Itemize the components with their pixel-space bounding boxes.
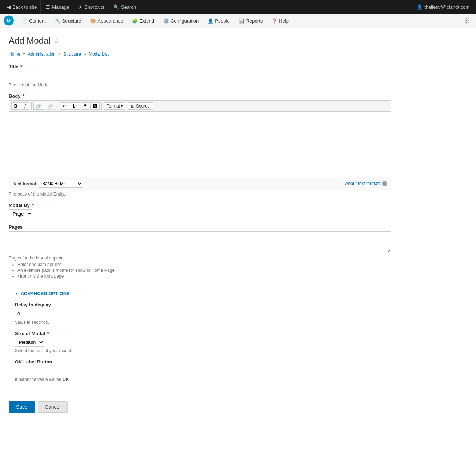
title-required-marker: * [20, 64, 22, 69]
username-label: thallesvf@ciandt.com [424, 4, 469, 10]
modal-size-select[interactable]: Small Medium Large [15, 338, 44, 347]
advanced-options-header[interactable]: ▼ ADVANCED OPTIONS [15, 291, 385, 296]
italic-button[interactable]: I [21, 102, 29, 110]
hint-item-2: An example path is /home for show in Hom… [17, 268, 391, 273]
nav-reports-label: Reports [246, 18, 263, 24]
link-button[interactable]: 🔗 [33, 102, 44, 110]
title-field-label: Title * [9, 64, 391, 69]
title-field-section: Title * The title of the Modal. [9, 64, 391, 88]
breadcrumb-structure[interactable]: Structure [63, 52, 81, 57]
extend-icon: 🧩 [132, 18, 138, 24]
modal-by-section: Modal By * Page Role User [9, 202, 391, 218]
modal-size-help: Select the size of your modal. [15, 348, 385, 353]
modal-size-label: Size of Modal * [15, 331, 385, 336]
breadcrumb-home[interactable]: Home [9, 52, 20, 57]
nav-help-label: Help [279, 18, 289, 24]
structure-icon: 🔧 [55, 18, 61, 24]
shortcuts-link[interactable]: ★ Shortcuts [75, 0, 108, 14]
page-title-text: Add Modal [9, 36, 51, 46]
manage-link[interactable]: ☰ Manage [42, 0, 73, 14]
favorite-star-icon[interactable]: ☆ [53, 37, 59, 45]
nav-item-content[interactable]: 📄 Content [17, 14, 51, 28]
nav-structure-label: Structure [62, 18, 81, 24]
nav-item-structure[interactable]: 🔧 Structure [51, 14, 86, 28]
source-label: Source [136, 104, 150, 109]
reports-icon: 📊 [239, 18, 245, 24]
search-label: Search [121, 4, 136, 10]
breadcrumb-modal-list[interactable]: Modal List [89, 52, 109, 57]
breadcrumb-administration[interactable]: Administration [28, 52, 56, 57]
pages-help: Pages for the Modal appear [9, 255, 391, 261]
nav-people-label: People [215, 18, 229, 24]
nav-item-extend[interactable]: 🧩 Extend [128, 14, 159, 28]
advanced-options-label: ADVANCED OPTIONS [21, 291, 70, 296]
blockquote-button[interactable]: ❝ [81, 102, 89, 110]
ok-label-section: OK Label Button If blank the value will … [15, 359, 385, 382]
toolbar-divider-1 [31, 102, 32, 110]
modal-by-select[interactable]: Page Role User [9, 209, 32, 218]
help-icon: ❓ [272, 18, 277, 24]
pages-label: Pages [9, 224, 391, 230]
body-field-label: Body * [9, 93, 391, 99]
admin-bar: ◀ Back to site ☰ Manage ★ Shortcuts 🔍 Se… [0, 0, 476, 14]
numbered-list-button[interactable]: 1≡ [70, 102, 80, 110]
nav-configuration-label: Configuration [171, 18, 199, 24]
page-content: Add Modal ☆ Home » Administration » Stru… [0, 28, 400, 420]
configuration-icon: ⚙️ [163, 18, 169, 24]
main-nav: D 📄 Content 🔧 Structure 🎨 Appearance 🧩 E… [0, 14, 476, 28]
delay-label: Delay to display [15, 302, 385, 307]
body-field-help: The body of the Modal Entity. [9, 192, 391, 197]
cancel-button[interactable]: Cancel [38, 401, 68, 413]
svg-text:D: D [7, 17, 11, 23]
format-arrow-icon: ▾ [121, 104, 123, 109]
breadcrumb: Home » Administration » Structure » Moda… [9, 52, 391, 57]
pages-textarea[interactable] [9, 231, 391, 253]
drupal-logo[interactable]: D [3, 15, 15, 27]
delay-help: Value in seconds. [15, 320, 385, 325]
toolbar-divider-3 [101, 102, 102, 110]
save-button[interactable]: Save [9, 401, 35, 413]
text-format-select[interactable]: Basic HTML Full HTML Restricted HTML Pla… [39, 180, 83, 188]
delay-input[interactable] [15, 309, 62, 318]
manage-icon: ☰ [46, 4, 50, 10]
bullet-list-button[interactable]: •≡ [60, 102, 69, 110]
breadcrumb-sep-3: » [84, 52, 86, 57]
page-title-heading: Add Modal ☆ [9, 36, 391, 46]
back-to-site-link[interactable]: ◀ Back to site [3, 0, 41, 14]
editor-toolbar: B I 🔗 🔗 •≡ 1≡ ❝ 🖼 Format ▾ ⊞ Source [9, 101, 391, 112]
format-label: Format [106, 104, 120, 109]
editor-body[interactable] [9, 112, 391, 177]
about-formats-link[interactable]: About text formats ? [345, 181, 387, 186]
ok-label-default: OK [63, 377, 69, 382]
pages-section: Pages Pages for the Modal appear Enter o… [9, 224, 391, 279]
manage-label: Manage [52, 4, 69, 10]
ok-label-input[interactable] [15, 366, 153, 375]
modal-by-required-marker: * [32, 202, 33, 208]
search-link[interactable]: 🔍 Search [110, 0, 140, 14]
nav-item-help[interactable]: ❓ Help [267, 14, 293, 28]
nav-toggle[interactable]: ⠿ [461, 17, 473, 25]
text-format-label: Text format [13, 181, 36, 186]
back-arrow-icon: ◀ [7, 4, 11, 10]
format-dropdown[interactable]: Format ▾ [104, 102, 125, 110]
people-icon: 👤 [208, 18, 213, 24]
image-button[interactable]: 🖼 [90, 102, 100, 110]
source-button[interactable]: ⊞ Source [128, 102, 153, 110]
rich-text-editor: B I 🔗 🔗 •≡ 1≡ ❝ 🖼 Format ▾ ⊞ Source [9, 100, 391, 190]
nav-item-appearance[interactable]: 🎨 Appearance [86, 14, 128, 28]
nav-item-configuration[interactable]: ⚙️ Configuration [159, 14, 203, 28]
breadcrumb-sep-2: » [58, 52, 61, 57]
title-input[interactable] [9, 71, 147, 81]
bold-button[interactable]: B [11, 102, 20, 110]
toolbar-divider-2 [58, 102, 58, 110]
nav-item-reports[interactable]: 📊 Reports [235, 14, 268, 28]
delay-section: Delay to display Value in seconds. [15, 302, 385, 325]
body-required-marker: * [23, 93, 24, 99]
search-icon: 🔍 [113, 4, 119, 10]
advanced-options-section: ▼ ADVANCED OPTIONS Delay to display Valu… [9, 285, 391, 394]
unlink-button[interactable]: 🔗 [45, 102, 56, 110]
form-actions: Save Cancel [9, 401, 391, 413]
triangle-icon: ▼ [15, 291, 19, 295]
breadcrumb-sep-1: » [23, 52, 25, 57]
nav-item-people[interactable]: 👤 People [203, 14, 234, 28]
